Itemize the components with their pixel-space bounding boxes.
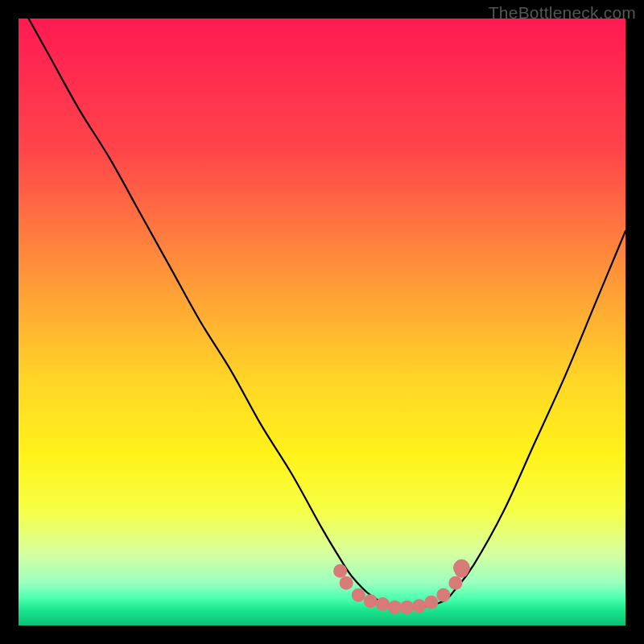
marker-dot [400, 601, 414, 614]
gradient-background [19, 19, 625, 625]
marker-dot [352, 588, 365, 602]
marker-dot [424, 596, 438, 609]
chart-plot-area [19, 19, 625, 625]
marker-dot [376, 597, 390, 611]
marker-dot [448, 576, 462, 590]
marker-dot [364, 594, 378, 608]
marker-dot [436, 588, 450, 602]
marker-dot-end [453, 559, 470, 576]
watermark-text: TheBottleneck.com [489, 3, 636, 23]
chart-svg [19, 19, 625, 625]
marker-dot [388, 601, 402, 614]
marker-dot [412, 599, 426, 613]
marker-dot [333, 564, 347, 578]
marker-dot [340, 576, 353, 590]
